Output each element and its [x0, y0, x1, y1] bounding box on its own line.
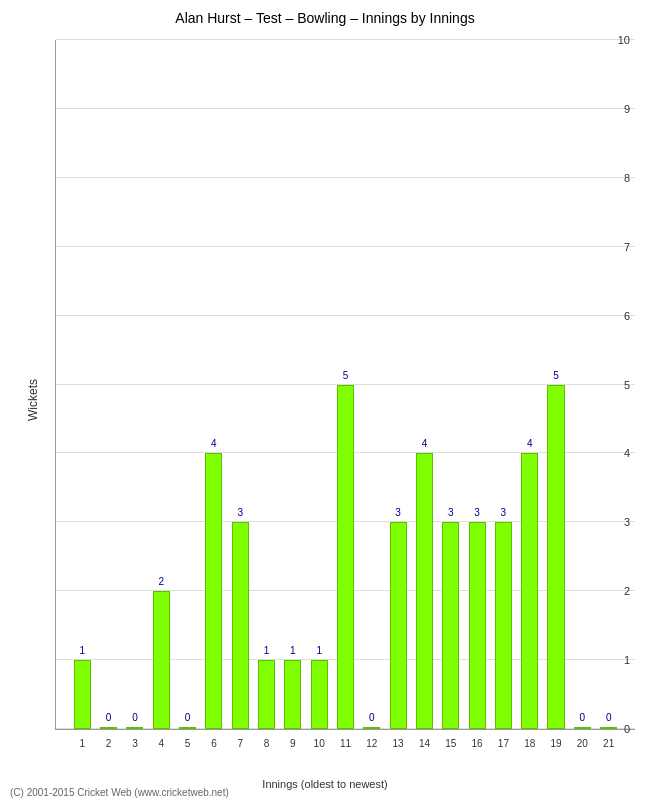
bar-value-label: 0: [369, 712, 375, 723]
bar: 0: [126, 727, 143, 729]
bar-value-label: 3: [448, 507, 454, 518]
y-tick-label: 3: [624, 516, 630, 528]
bar: 0: [179, 727, 196, 729]
bar: 0: [574, 727, 591, 729]
bar-value-label: 5: [553, 370, 559, 381]
bar: 1: [258, 660, 275, 729]
x-tick-label: 9: [290, 738, 296, 749]
chart-title: Alan Hurst – Test – Bowling – Innings by…: [0, 0, 650, 31]
chart-container: Alan Hurst – Test – Bowling – Innings by…: [0, 0, 650, 800]
bar-value-label: 3: [474, 507, 480, 518]
bar: 5: [337, 385, 354, 730]
x-tick-label: 15: [445, 738, 456, 749]
bar: 0: [600, 727, 617, 729]
bar-value-label: 2: [158, 576, 164, 587]
grid-line: [56, 39, 635, 40]
x-tick-label: 19: [550, 738, 561, 749]
x-tick-label: 10: [314, 738, 325, 749]
y-tick-label: 7: [624, 241, 630, 253]
y-axis-label: Wickets: [26, 379, 40, 421]
bar: 3: [442, 522, 459, 729]
bar: 1: [284, 660, 301, 729]
x-tick-label: 2: [106, 738, 112, 749]
bar-value-label: 1: [316, 645, 322, 656]
y-tick-label: 4: [624, 447, 630, 459]
bar-value-label: 1: [290, 645, 296, 656]
y-tick-label: 8: [624, 172, 630, 184]
bar-value-label: 0: [606, 712, 612, 723]
x-axis-label: Innings (oldest to newest): [262, 778, 387, 790]
grid-line: [56, 177, 635, 178]
bar: 3: [469, 522, 486, 729]
x-tick-label: 8: [264, 738, 270, 749]
bar-value-label: 1: [80, 645, 86, 656]
bar: 4: [521, 453, 538, 729]
x-tick-label: 7: [237, 738, 243, 749]
x-tick-label: 1: [80, 738, 86, 749]
x-tick-label: 14: [419, 738, 430, 749]
bar-value-label: 4: [422, 438, 428, 449]
bar-value-label: 0: [185, 712, 191, 723]
y-tick-label: 9: [624, 103, 630, 115]
x-tick-label: 20: [577, 738, 588, 749]
bar: 2: [153, 591, 170, 729]
x-tick-label: 16: [472, 738, 483, 749]
bar: 3: [232, 522, 249, 729]
x-tick-label: 17: [498, 738, 509, 749]
x-tick-label: 4: [158, 738, 164, 749]
y-tick-label: 1: [624, 654, 630, 666]
copyright-text: (C) 2001-2015 Cricket Web (www.cricketwe…: [10, 787, 229, 798]
x-tick-label: 11: [340, 738, 351, 749]
grid-line: [56, 246, 635, 247]
bar-value-label: 4: [211, 438, 217, 449]
x-tick-label: 5: [185, 738, 191, 749]
chart-area: 0123456789101120304250647381911011151201…: [55, 40, 635, 730]
bar: 3: [390, 522, 407, 729]
bar: 1: [311, 660, 328, 729]
x-tick-label: 21: [603, 738, 614, 749]
bar-value-label: 3: [395, 507, 401, 518]
bar: 0: [363, 727, 380, 729]
bar: 0: [100, 727, 117, 729]
bar: 4: [416, 453, 433, 729]
bar-value-label: 0: [106, 712, 112, 723]
grid-line: [56, 108, 635, 109]
y-tick-label: 2: [624, 585, 630, 597]
bar-value-label: 5: [343, 370, 349, 381]
bar-value-label: 3: [501, 507, 507, 518]
bar: 5: [547, 385, 564, 730]
y-tick-label: 6: [624, 310, 630, 322]
x-tick-label: 6: [211, 738, 217, 749]
x-tick-label: 3: [132, 738, 138, 749]
bar-value-label: 3: [237, 507, 243, 518]
x-tick-label: 12: [366, 738, 377, 749]
bar-value-label: 0: [580, 712, 586, 723]
bar: 4: [205, 453, 222, 729]
x-tick-label: 13: [393, 738, 404, 749]
x-tick-label: 18: [524, 738, 535, 749]
y-tick-label: 10: [618, 34, 630, 46]
bar-value-label: 4: [527, 438, 533, 449]
y-tick-label: 0: [624, 723, 630, 735]
bar-value-label: 1: [264, 645, 270, 656]
grid-line: [56, 315, 635, 316]
bar: 3: [495, 522, 512, 729]
bar-value-label: 0: [132, 712, 138, 723]
y-tick-label: 5: [624, 379, 630, 391]
bar: 1: [74, 660, 91, 729]
